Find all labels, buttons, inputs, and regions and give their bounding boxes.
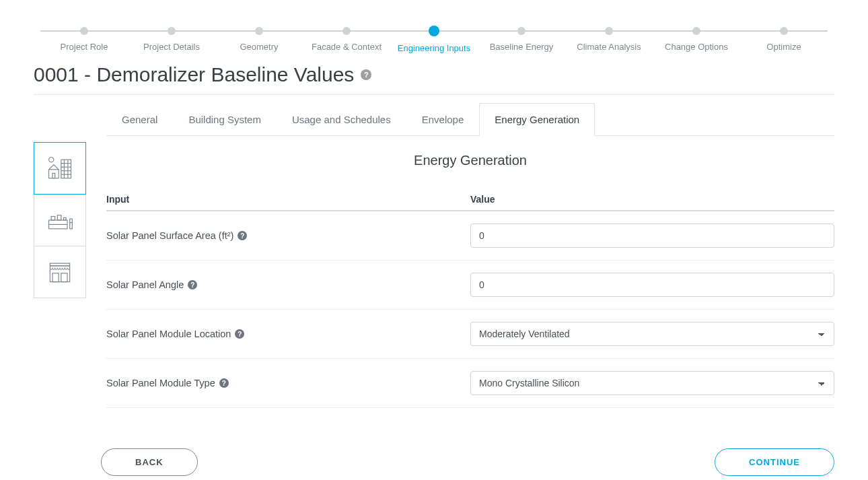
step-label: Facade & Context	[303, 42, 390, 52]
svg-rect-11	[57, 215, 61, 220]
tab-usage-and-schedules[interactable]: Usage and Schedules	[277, 103, 406, 136]
svg-rect-12	[64, 217, 67, 220]
step-label: Baseline Energy	[478, 42, 565, 52]
svg-rect-10	[51, 217, 55, 221]
tabs: GeneralBuilding SystemUsage and Schedule…	[106, 103, 834, 136]
step-dot-icon	[80, 27, 88, 35]
tab-building-system[interactable]: Building System	[173, 103, 277, 136]
input-solar-panel-surface-area-ft-[interactable]	[470, 224, 834, 248]
office-icon[interactable]	[34, 142, 86, 195]
retail-icon[interactable]	[34, 246, 86, 298]
step-label: Geometry	[215, 42, 303, 52]
page-title: 0001 - Demoralizer Baseline Values	[34, 63, 354, 86]
step-label: Change Options	[653, 42, 740, 52]
step-label: Project Details	[128, 42, 215, 52]
step-dot-icon	[342, 27, 351, 35]
help-icon[interactable]: ?	[219, 378, 229, 388]
help-icon[interactable]: ?	[361, 69, 371, 80]
select-solar-panel-module-location[interactable]: Moderately Ventilated	[470, 322, 834, 346]
step-label: Climate Analysis	[565, 42, 653, 52]
svg-rect-18	[61, 273, 67, 282]
field-value	[470, 224, 834, 248]
help-icon[interactable]: ?	[238, 231, 247, 240]
tab-energy-generation[interactable]: Energy Generation	[479, 103, 595, 136]
field-label: Solar Panel Module Type ?	[106, 378, 470, 388]
help-icon[interactable]: ?	[235, 329, 244, 339]
select-solar-panel-module-type[interactable]: Mono Crystalline Silicon	[470, 371, 834, 395]
progress-stepper: Project RoleProject DetailsGeometryFacad…	[40, 27, 828, 53]
form-row: Solar Panel Module Location ?Moderately …	[106, 310, 834, 359]
col-head-value: Value	[470, 194, 834, 205]
form-row: Solar Panel Surface Area (ft²) ?	[106, 211, 834, 261]
field-label: Solar Panel Surface Area (ft²) ?	[106, 230, 470, 241]
svg-rect-8	[52, 173, 55, 178]
step-dot-icon	[605, 27, 613, 35]
page-title-row: 0001 - Demoralizer Baseline Values ?	[34, 63, 834, 95]
input-solar-panel-angle[interactable]	[470, 273, 834, 297]
svg-rect-17	[52, 273, 59, 282]
step-label: Optimize	[740, 42, 828, 52]
continue-button[interactable]: CONTINUE	[715, 448, 834, 476]
step-dot-icon	[692, 27, 700, 35]
svg-rect-13	[70, 219, 73, 229]
step-dot-icon	[780, 27, 788, 35]
svg-rect-7	[49, 170, 59, 178]
form-row: Solar Panel Angle ?	[106, 261, 834, 310]
help-icon[interactable]: ?	[188, 280, 197, 289]
form-body: Solar Panel Surface Area (ft²) ?Solar Pa…	[106, 211, 834, 408]
svg-rect-0	[61, 160, 71, 178]
residential-icon[interactable]	[34, 194, 86, 246]
step-dot-icon	[429, 26, 439, 36]
field-label: Solar Panel Angle ?	[106, 279, 470, 290]
step-label: Engineering Inputs	[390, 43, 478, 53]
field-value: Mono Crystalline Silicon	[470, 371, 834, 395]
section-title: Energy Generation	[106, 153, 834, 168]
form-header: Input Value	[106, 188, 834, 211]
field-value: Moderately Ventilated	[470, 322, 834, 346]
col-head-input: Input	[106, 194, 470, 205]
tab-envelope[interactable]: Envelope	[406, 103, 480, 136]
step-label: Project Role	[40, 42, 128, 52]
form-row: Solar Panel Module Type ?Mono Crystallin…	[106, 359, 834, 408]
field-label: Solar Panel Module Location ?	[106, 329, 470, 339]
tab-general[interactable]: General	[106, 103, 173, 136]
sidebar	[34, 142, 86, 298]
field-value	[470, 273, 834, 297]
step-dot-icon	[255, 27, 263, 35]
back-button[interactable]: BACK	[101, 448, 198, 476]
step-dot-icon	[517, 27, 526, 35]
step-dot-icon	[168, 27, 176, 35]
